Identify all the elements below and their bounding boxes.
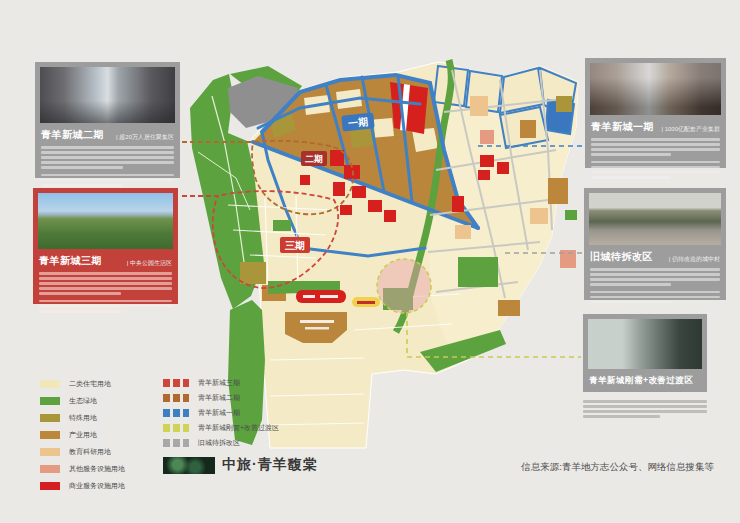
card-body-text <box>591 138 720 179</box>
yellow-tag <box>352 297 380 307</box>
body-text-line <box>591 153 671 156</box>
legend-swatch <box>40 414 60 422</box>
card-title: 旧城待拆改区 <box>590 250 653 264</box>
legend-item: 青羊新城三期 <box>163 375 279 390</box>
body-text-line <box>590 273 720 276</box>
body-text-line <box>591 161 720 164</box>
body-text-line <box>590 283 671 286</box>
card-body-text <box>41 146 174 187</box>
legend-label: 青羊新城一期 <box>198 408 240 418</box>
card-phase1: 青羊新城一期 | 1000亿配套产业集群 <box>585 58 726 168</box>
legend-label: 商业服务设施用地 <box>69 481 125 491</box>
card-transition: 青羊新城刚需+改善过渡区 <box>583 314 707 392</box>
body-text-line <box>583 400 707 403</box>
body-paragraph <box>591 138 720 156</box>
body-text-line <box>590 296 720 299</box>
legend-swatch <box>163 394 189 402</box>
legend-item: 教育科研用地 <box>40 443 125 460</box>
legend-swatch <box>40 431 60 439</box>
body-text-line <box>583 405 707 408</box>
brand-logo-name: 中旅·青羊馥棠 <box>222 456 318 474</box>
legend-label: 青羊新城二期 <box>198 393 240 403</box>
legend-label: 其他服务设施用地 <box>69 464 125 474</box>
body-text-line <box>591 176 671 179</box>
map-label-phase2: 二期 <box>305 154 323 164</box>
card-head: 青羊新城刚需+改善过渡区 <box>589 375 701 387</box>
card-body-text <box>39 272 172 313</box>
card-head: 青羊新城三期 | 中央公园生活区 <box>39 254 172 268</box>
body-text-line <box>591 171 720 174</box>
phase2-photo <box>40 67 175 123</box>
phase1-photo <box>590 63 721 115</box>
legend-land-use: 二类住宅用地生态绿地特殊用地产业用地教育科研用地其他服务设施用地商业服务设施用地 <box>40 375 125 494</box>
body-text-line <box>583 415 660 418</box>
legend-item: 二类住宅用地 <box>40 375 125 392</box>
card-head: 青羊新城一期 | 1000亿配套产业集群 <box>591 120 720 134</box>
body-text-line <box>39 272 172 275</box>
legend-label: 生态绿地 <box>69 396 97 406</box>
transition-photo <box>588 319 702 369</box>
legend-item: 产业用地 <box>40 426 125 443</box>
phase1-label-box: 一期 <box>341 112 374 131</box>
body-text-line <box>591 143 720 146</box>
body-text-line <box>39 305 172 308</box>
card-body-text <box>590 268 720 303</box>
legend-zones: 青羊新城三期青羊新城二期青羊新城一期青羊新城刚需+改善过渡区旧城待拆改区 <box>163 375 279 450</box>
body-text-line <box>590 278 720 281</box>
card-title: 青羊新城刚需+改善过渡区 <box>589 375 693 387</box>
card-subtitle: | 仍待改造的城中村 <box>669 255 720 264</box>
body-text-line <box>39 300 172 303</box>
legend-item: 特殊用地 <box>40 409 125 426</box>
legend-swatch <box>163 379 189 387</box>
body-text-line <box>591 166 720 169</box>
body-paragraph <box>590 268 720 286</box>
body-text-line <box>590 301 671 304</box>
legend-item: 生态绿地 <box>40 392 125 409</box>
legend-swatch <box>163 424 189 432</box>
planning-poster: 一期 二期 三期 青羊新城二期 | 超20万人居住聚集区 青羊新城三期 | 中央… <box>0 0 740 523</box>
legend-item: 青羊新城一期 <box>163 405 279 420</box>
card-phase2: 青羊新城二期 | 超20万人居住聚集区 <box>35 62 180 178</box>
body-paragraph <box>583 400 707 418</box>
body-text-line <box>39 310 121 313</box>
legend-item: 青羊新城刚需+改善过渡区 <box>163 420 279 435</box>
body-text-line <box>39 282 172 285</box>
legend-swatch <box>40 465 60 473</box>
body-paragraph <box>590 291 720 304</box>
legend-item: 其他服务设施用地 <box>40 460 125 477</box>
card-phase3: 青羊新城三期 | 中央公园生活区 <box>33 188 178 304</box>
body-text-line <box>583 410 707 413</box>
legend-swatch <box>40 482 60 490</box>
legend-label: 特殊用地 <box>69 413 97 423</box>
legend-item: 青羊新城二期 <box>163 390 279 405</box>
body-text-line <box>41 151 174 154</box>
legend-label: 青羊新城三期 <box>198 378 240 388</box>
card-subtitle: | 1000亿配套产业集群 <box>661 125 720 134</box>
body-text-line <box>591 148 720 151</box>
source-note: 信息来源:青羊地方志公众号、网络信息搜集等 <box>521 461 714 474</box>
body-text-line <box>41 174 174 177</box>
legend-swatch <box>40 448 60 456</box>
legend-swatch <box>40 397 60 405</box>
brand-logo: 中旅·青羊馥棠 <box>163 456 318 474</box>
card-head: 青羊新城二期 | 超20万人居住聚集区 <box>41 128 174 142</box>
card-subtitle: | 中央公园生活区 <box>127 259 172 268</box>
body-text-line <box>41 156 174 159</box>
card-head: 旧城待拆改区 | 仍待改造的城中村 <box>590 250 720 264</box>
body-text-line <box>41 146 174 149</box>
phase3-photo <box>38 193 173 249</box>
old-town-photo <box>589 193 721 245</box>
body-text-line <box>41 161 174 164</box>
legend-swatch <box>40 380 60 388</box>
body-paragraph <box>39 272 172 295</box>
legend-label: 二类住宅用地 <box>69 379 111 389</box>
card-title: 青羊新城三期 <box>39 254 102 268</box>
card-old-town: 旧城待拆改区 | 仍待改造的城中村 <box>584 188 726 300</box>
card-title: 青羊新城一期 <box>591 120 654 134</box>
body-paragraph <box>41 174 174 187</box>
card-subtitle: | 超20万人居住聚集区 <box>116 133 174 142</box>
legend-label: 产业用地 <box>69 430 97 440</box>
card-title: 青羊新城二期 <box>41 128 104 142</box>
legend-swatch <box>163 409 189 417</box>
card-transition-body-text <box>583 400 707 423</box>
